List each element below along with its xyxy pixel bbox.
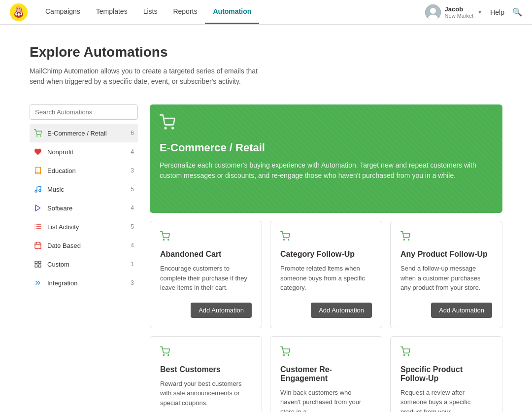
nav-templates[interactable]: Templates: [88, 0, 135, 24]
nav-reports[interactable]: Reports: [165, 0, 205, 24]
sidebar-count-integration: 3: [131, 279, 134, 286]
svg-point-32: [172, 128, 173, 129]
sidebar-count-software: 4: [131, 205, 134, 211]
card-cart-icon-1: [280, 231, 372, 244]
search-input[interactable]: [30, 104, 138, 120]
svg-point-37: [404, 240, 405, 240]
education-icon: [33, 166, 42, 175]
card-description-5: Request a review after someone buys a sp…: [400, 388, 492, 412]
card-description-4: Win back customers who haven't purchased…: [280, 388, 372, 412]
sidebar-count-nonprofit: 4: [131, 148, 134, 155]
svg-point-12: [36, 136, 37, 136]
ecommerce-icon: [33, 129, 42, 137]
sidebar-label-software: Software: [47, 205, 126, 212]
sidebar-label-education: Education: [47, 167, 126, 174]
sidebar-label-integration: Integration: [47, 279, 126, 287]
cards-grid: E-Commerce / Retail Personalize each cus…: [150, 104, 502, 412]
svg-point-15: [39, 190, 41, 192]
sidebar-item-list-activity[interactable]: List Activity 5: [30, 217, 138, 236]
svg-point-34: [168, 240, 169, 240]
search-icon[interactable]: 🔍: [512, 7, 522, 17]
sidebar-item-education[interactable]: Education 3: [30, 161, 138, 180]
help-link[interactable]: Help: [490, 8, 504, 16]
svg-point-33: [164, 240, 165, 240]
sidebar-item-integration[interactable]: Integration 3: [30, 274, 138, 292]
custom-icon: [33, 260, 42, 269]
user-name-block: Jacob New Market: [445, 5, 474, 19]
card-description-1: Promote related items when someone buys …: [280, 264, 372, 293]
add-automation-button-1[interactable]: Add Automation: [311, 303, 372, 318]
software-icon: [33, 204, 42, 212]
svg-point-43: [404, 354, 405, 355]
hero-card: E-Commerce / Retail Personalize each cus…: [150, 104, 502, 213]
card-description-0: Encourage customers to complete their pu…: [160, 264, 252, 293]
card-0: Abandoned Cart Encourage customers to co…: [150, 221, 262, 328]
svg-point-39: [164, 354, 165, 355]
svg-rect-28: [38, 261, 41, 264]
svg-point-35: [284, 240, 285, 240]
svg-point-4: [20, 13, 21, 14]
card-description-2: Send a follow-up message when a customer…: [400, 264, 492, 293]
sidebar-label-ecommerce: E-Commerce / Retail: [47, 130, 126, 137]
sidebar-item-custom[interactable]: Custom 1: [30, 255, 138, 274]
nav-campaigns[interactable]: Campaigns: [37, 0, 88, 24]
add-automation-button-0[interactable]: Add Automation: [191, 303, 252, 318]
svg-point-8: [19, 8, 20, 9]
sidebar-items: E-Commerce / Retail 6 Nonprofit 4 Educat…: [30, 124, 138, 292]
user-menu[interactable]: Jacob New Market ▼: [425, 4, 483, 20]
add-automation-button-2[interactable]: Add Automation: [431, 303, 492, 318]
svg-point-6: [16, 6, 21, 12]
avatar: [425, 4, 441, 20]
card-1: Category Follow-Up Promote related items…: [270, 221, 382, 328]
page-description: MailChimp Automation allows you to creat…: [30, 66, 266, 87]
svg-point-42: [288, 354, 289, 355]
sidebar-item-software[interactable]: Software 4: [30, 199, 138, 217]
nav-right: Jacob New Market ▼ Help 🔍: [425, 4, 522, 20]
nav-lists[interactable]: Lists: [135, 0, 166, 24]
user-market: New Market: [445, 13, 474, 19]
svg-rect-27: [35, 261, 37, 264]
card-title-4: Customer Re-Engagement: [280, 365, 372, 383]
sidebar-label-music: Music: [47, 186, 126, 193]
svg-point-36: [288, 240, 289, 240]
card-2: Any Product Follow-Up Send a follow-up m…: [390, 221, 502, 328]
date-based-icon: [33, 241, 42, 250]
card-4: Customer Re-Engagement Win back customer…: [270, 336, 382, 412]
sidebar-item-ecommerce[interactable]: E-Commerce / Retail 6: [30, 124, 138, 142]
sidebar-label-custom: Custom: [47, 261, 126, 268]
nav-links: Campaigns Templates Lists Reports Automa…: [37, 0, 259, 24]
sidebar-count-custom: 1: [131, 261, 134, 268]
sidebar-item-date-based[interactable]: Date Based 4: [30, 236, 138, 255]
card-cart-icon-2: [400, 231, 492, 244]
nonprofit-icon: [33, 147, 42, 156]
svg-point-41: [284, 354, 285, 355]
sidebar-count-music: 5: [131, 186, 134, 193]
svg-rect-29: [38, 265, 41, 267]
sidebar-count-ecommerce: 6: [131, 130, 134, 137]
svg-rect-23: [35, 243, 41, 249]
sidebar-count-education: 3: [131, 167, 134, 174]
sidebar-item-music[interactable]: Music 5: [30, 180, 138, 199]
card-title-5: Specific Product Follow-Up: [400, 365, 492, 383]
chevron-down-icon: ▼: [477, 9, 482, 15]
user-name: Jacob: [445, 5, 474, 13]
card-title-0: Abandoned Cart: [160, 250, 252, 259]
hero-description: Personalize each customer's buying exper…: [160, 160, 493, 203]
integration-icon: [33, 278, 42, 287]
nav-automation[interactable]: Automation: [205, 0, 259, 24]
svg-point-44: [408, 354, 409, 355]
navbar: Campaigns Templates Lists Reports Automa…: [0, 0, 532, 25]
card-3: Best Customers Reward your best customer…: [150, 336, 262, 412]
sidebar-item-nonprofit[interactable]: Nonprofit 4: [30, 142, 138, 161]
page-title: Explore Automations: [30, 44, 502, 60]
svg-point-31: [165, 128, 166, 129]
logo[interactable]: [10, 3, 28, 21]
card-cart-icon-3: [160, 346, 252, 359]
svg-point-7: [17, 8, 18, 9]
sidebar-count-list-activity: 5: [131, 223, 134, 230]
card-cart-icon-0: [160, 231, 252, 244]
card-cart-icon-5: [400, 346, 492, 359]
hero-title: E-Commerce / Retail: [160, 141, 493, 154]
svg-point-3: [17, 13, 18, 14]
main-content: Explore Automations MailChimp Automation…: [0, 25, 532, 412]
